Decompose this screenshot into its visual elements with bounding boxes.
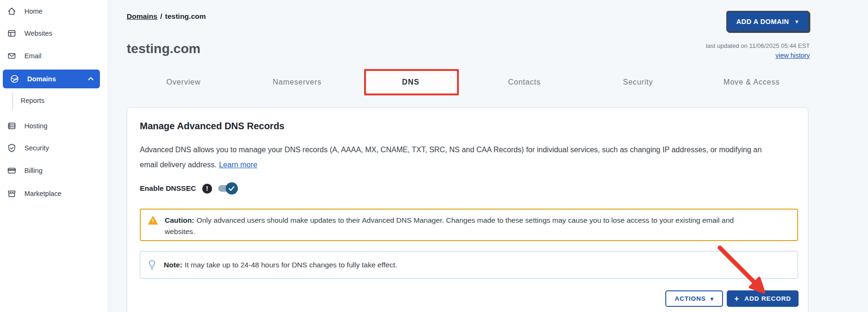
caret-down-icon: ▾	[710, 296, 714, 302]
tab-bar: Overview Nameservers DNS Contacts Securi…	[127, 69, 808, 95]
reports-indent-line	[12, 93, 13, 109]
tab-contacts[interactable]: Contacts	[468, 69, 581, 95]
home-icon	[7, 7, 16, 16]
sidebar-item-domains[interactable]: Domains	[3, 70, 100, 88]
sidebar-item-label: Reports	[21, 97, 45, 104]
add-a-domain-button[interactable]: ADD A DOMAIN ▼	[726, 11, 809, 32]
plus-icon: +	[734, 294, 739, 304]
lightbulb-icon	[147, 259, 157, 271]
sidebar-item-label: Domains	[27, 75, 56, 83]
dnssec-alert-icon[interactable]: !	[202, 184, 212, 194]
credit-card-icon	[7, 166, 16, 175]
check-icon	[228, 186, 235, 191]
sidebar-item-label: Security	[24, 144, 49, 152]
sidebar-item-hosting[interactable]: Hosting	[0, 117, 108, 135]
caution-banner: ! Caution:Only advanced users should mak…	[140, 209, 798, 241]
last-updated-text: last updated on 11/06/2025 05:44 EST	[706, 42, 810, 49]
panel-heading: Manage Advanced DNS Records	[140, 121, 284, 132]
caution-line-2: websites.	[165, 226, 734, 237]
view-history-link[interactable]: view history	[776, 52, 810, 59]
storefront-icon	[7, 189, 16, 198]
sidebar-item-websites[interactable]: Websites	[0, 24, 108, 43]
note-text: Note:It may take up to 24-48 hours for D…	[164, 261, 397, 269]
sidebar-item-security[interactable]: Security	[0, 139, 108, 157]
hosting-icon	[7, 121, 16, 131]
page-title: testing.com	[127, 41, 200, 56]
breadcrumb-domains-link[interactable]: Domains	[127, 12, 157, 20]
caution-line-1: Only advanced users should make updates …	[197, 216, 734, 224]
note-banner: Note:It may take up to 24-48 hours for D…	[140, 251, 798, 279]
caution-text: Caution:Only advanced users should make …	[165, 215, 734, 235]
panel-description: Advanced DNS allows you to manage your D…	[140, 142, 801, 172]
note-body: It may take up to 24-48 hours for DNS ch…	[185, 261, 397, 269]
chevron-up-icon	[88, 76, 94, 83]
actions-label: ACTIONS	[675, 295, 706, 302]
dnssec-toggle[interactable]	[218, 182, 238, 195]
tab-nameservers[interactable]: Nameservers	[240, 69, 354, 95]
description-line-2: email delivery address.Learn more	[140, 157, 801, 172]
tab-security[interactable]: Security	[581, 69, 695, 95]
shield-check-icon	[7, 143, 16, 153]
add-a-domain-label: ADD A DOMAIN	[736, 18, 789, 25]
sidebar-item-label: Email	[24, 52, 41, 60]
sidebar-item-email[interactable]: Email	[0, 47, 108, 65]
tab-move-access[interactable]: Move & Access	[695, 69, 808, 95]
sidebar-item-home[interactable]: Home	[0, 2, 108, 21]
sidebar-item-billing[interactable]: Billing	[0, 161, 108, 180]
description-line-2-text: email delivery address.	[140, 161, 217, 169]
email-icon	[7, 51, 16, 61]
sidebar-item-label: Billing	[24, 167, 43, 174]
sidebar-item-reports[interactable]: Reports	[21, 91, 45, 110]
tab-overview[interactable]: Overview	[127, 69, 240, 95]
breadcrumb-separator: /	[160, 12, 162, 20]
dnssec-label: Enable DNSSEC	[140, 184, 196, 193]
toggle-knob	[226, 182, 238, 195]
sidebar: Home Websites Email Domains Reports Host…	[0, 0, 108, 312]
add-record-label: ADD RECORD	[745, 295, 792, 302]
warning-triangle-icon: !	[147, 215, 159, 226]
sidebar-item-label: Hosting	[24, 122, 47, 130]
websites-icon	[7, 29, 16, 38]
learn-more-link[interactable]: Learn more	[219, 161, 258, 169]
note-label: Note:	[164, 261, 183, 269]
breadcrumb-current: testing.com	[165, 12, 206, 20]
caret-down-icon: ▼	[794, 19, 799, 24]
caution-label: Caution:	[165, 216, 194, 224]
domains-icon	[10, 74, 19, 84]
dnssec-row: Enable DNSSEC !	[140, 182, 238, 195]
sidebar-item-label: Home	[24, 8, 43, 15]
dns-panel: Manage Advanced DNS Records Advanced DNS…	[127, 107, 808, 312]
sidebar-item-label: Websites	[24, 30, 52, 37]
sidebar-item-marketplace[interactable]: Marketplace	[0, 184, 108, 203]
actions-button[interactable]: ACTIONS ▾	[665, 290, 723, 307]
description-line-1: Advanced DNS allows you to manage your D…	[140, 142, 801, 157]
breadcrumb: Domains/testing.com	[127, 12, 206, 21]
add-record-button[interactable]: + ADD RECORD	[727, 290, 799, 307]
tab-dns[interactable]: DNS	[354, 69, 467, 95]
sidebar-item-label: Marketplace	[24, 190, 61, 197]
